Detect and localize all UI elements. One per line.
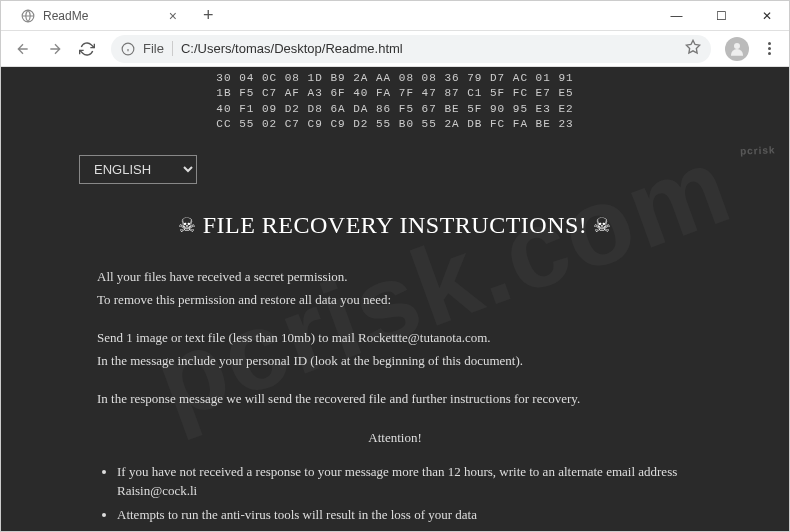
- attention-heading: Attention!: [97, 428, 693, 448]
- list-item: If you have not received a response to y…: [117, 462, 693, 501]
- back-button[interactable]: [9, 35, 37, 63]
- include-instruction: In the message include your personal ID …: [97, 351, 693, 371]
- titlebar: ReadMe × + — ☐ ✕: [1, 1, 789, 31]
- kebab-menu-button[interactable]: [757, 42, 781, 55]
- skull-icon: ☠: [178, 213, 197, 237]
- browser-window: ReadMe × + — ☐ ✕ File C:/Users/tomas/Des…: [0, 0, 790, 532]
- tab-active[interactable]: ReadMe ×: [9, 1, 189, 30]
- new-tab-button[interactable]: +: [195, 5, 222, 26]
- intro-line-1: All your files have received a secret pe…: [97, 267, 693, 287]
- list-item: Attempts to run the anti-virus tools wil…: [117, 505, 693, 525]
- browser-toolbar: File C:/Users/tomas/Desktop/Readme.html: [1, 31, 789, 67]
- address-scheme: File: [143, 41, 173, 56]
- reload-button[interactable]: [73, 35, 101, 63]
- title-text: FILE RECOVERY INSTRUCTIONS!: [203, 212, 588, 239]
- profile-avatar[interactable]: [725, 37, 749, 61]
- skull-icon: ☠: [593, 213, 612, 237]
- page-content: 30 04 0C 08 1D B9 2A AA 08 08 36 79 D7 A…: [1, 67, 789, 531]
- tab-close-button[interactable]: ×: [169, 8, 177, 24]
- tab-strip: ReadMe × +: [1, 1, 654, 30]
- address-text: C:/Users/tomas/Desktop/Readme.html: [181, 41, 677, 56]
- warnings-list: If you have not received a response to y…: [97, 462, 693, 531]
- response-instruction: In the response message we will send the…: [97, 389, 693, 409]
- list-item: Attempts to self-decrypting files will r…: [117, 528, 693, 531]
- file-info-icon: [121, 42, 135, 56]
- intro-line-2: To remove this permission and restore al…: [97, 290, 693, 310]
- language-selector[interactable]: ENGLISH: [79, 155, 197, 184]
- hex-id-block: 30 04 0C 08 1D B9 2A AA 08 08 36 79 D7 A…: [1, 67, 789, 137]
- forward-button[interactable]: [41, 35, 69, 63]
- maximize-button[interactable]: ☐: [699, 1, 744, 30]
- page-title: ☠ FILE RECOVERY INSTRUCTIONS! ☠: [1, 212, 789, 239]
- body-text: All your files have received a secret pe…: [1, 267, 789, 531]
- page-viewport[interactable]: pcrisk.com pcrisk 30 04 0C 08 1D B9 2A A…: [1, 67, 789, 531]
- tab-title: ReadMe: [43, 9, 161, 23]
- bookmark-star-icon[interactable]: [685, 39, 701, 58]
- globe-icon: [21, 9, 35, 23]
- svg-marker-4: [686, 40, 699, 53]
- window-close-button[interactable]: ✕: [744, 1, 789, 30]
- svg-point-5: [734, 43, 740, 49]
- window-controls: — ☐ ✕: [654, 1, 789, 30]
- send-instruction: Send 1 image or text file (less than 10m…: [97, 328, 693, 348]
- minimize-button[interactable]: —: [654, 1, 699, 30]
- language-select[interactable]: ENGLISH: [79, 155, 197, 184]
- address-bar[interactable]: File C:/Users/tomas/Desktop/Readme.html: [111, 35, 711, 63]
